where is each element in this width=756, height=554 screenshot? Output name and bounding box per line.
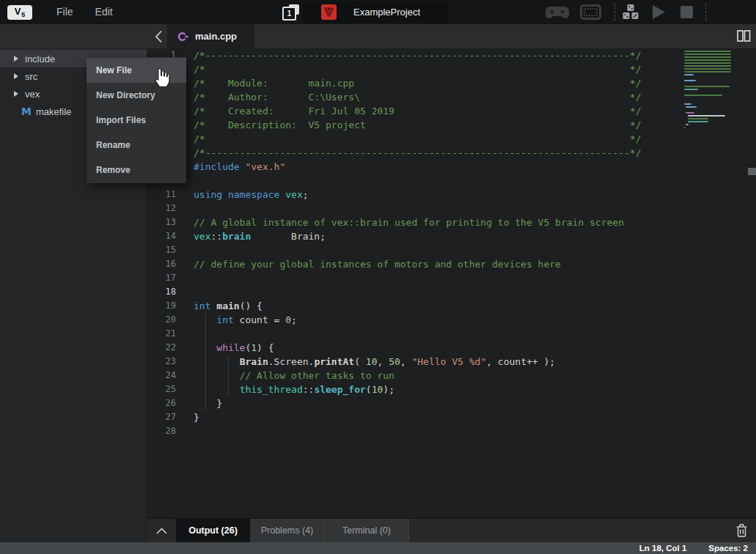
panel-tab-output[interactable]: Output (26) [176,519,250,542]
slot-select-button[interactable]: 1 [282,4,299,21]
line-number: 20 [147,313,176,327]
minimap-line [686,112,694,114]
code-editor[interactable]: 1/*-------------------------------------… [147,48,756,518]
line-number: 28 [147,424,176,438]
code-line[interactable]: 10 [147,174,756,188]
line-number: 12 [147,202,176,215]
minimap-line [684,100,741,102]
vex-v5-logo: V5 [7,5,32,20]
code-line[interactable]: 17 [147,271,756,285]
menubar: V5 FileEdit 1 ExampleProject [0,0,756,24]
code-text: this_thread::sleep_for(10); [194,383,394,396]
folder-twisty-icon[interactable] [14,73,18,79]
menu-edit[interactable]: Edit [84,0,124,24]
minimap-line [688,121,709,122]
panel-tab-problems[interactable]: Problems (4) [250,519,325,542]
slot-number: 1 [282,7,296,21]
stop-icon[interactable] [680,6,693,21]
indent-guide [228,383,229,396]
code-line[interactable]: 6/* Description: V5 project */ [147,118,756,132]
panel-tab-terminal[interactable]: Terminal (0) [325,519,409,542]
line-number: 17 [147,271,176,285]
minimap-line [684,103,691,105]
code-line[interactable]: 23 Brain.Screen.printAt( 10, 50, "Hello … [147,355,756,369]
code-line[interactable]: 8/*-------------------------------------… [147,146,756,160]
line-number: 19 [147,299,176,313]
code-line[interactable]: 1/*-------------------------------------… [147,48,756,62]
folder-twisty-icon[interactable] [14,56,18,62]
code-line[interactable]: 14vex::brain Brain; [147,229,756,243]
context-menu-item-rename[interactable]: Rename [87,133,186,158]
indent-guide [205,383,206,396]
line-number: 25 [147,383,176,396]
tab-main-cpp[interactable]: main.cpp [167,24,254,48]
editor-scrollbar-thumb[interactable] [748,168,756,175]
code-line[interactable]: 18 [147,285,756,299]
code-text: using namespace vex; [194,188,309,202]
context-menu-item-new-file[interactable]: New File [87,58,186,83]
editor-tabstrip: main.cpp [147,24,756,48]
folder-twisty-icon[interactable] [14,91,18,97]
code-line[interactable]: 11using namespace vex; [147,188,756,202]
cpp-file-icon [177,31,188,43]
bottom-panel: Output (26)Problems (4)Terminal (0) [147,518,756,542]
minimap-line [684,53,731,55]
indent-guide [228,355,229,369]
minimap[interactable] [684,51,741,133]
line-number: 11 [147,188,176,202]
minimap-line [684,80,696,81]
code-line[interactable]: 20 int count = 0; [147,313,756,327]
controller-icon[interactable] [546,4,569,23]
code-line[interactable]: 21 [147,327,756,341]
code-line[interactable]: 27} [147,410,756,424]
line-number: 16 [147,257,176,271]
clear-output-trash-icon[interactable] [736,519,756,542]
code-line[interactable]: 13// A global instance of vex::brain use… [147,215,756,229]
folder-label: vex [25,89,40,100]
indent-guide [205,396,206,410]
code-line[interactable]: 15 [147,243,756,257]
code-line[interactable]: 3/* Module: main.cpp */ [147,76,756,90]
code-line[interactable]: 2/* */ [147,62,756,76]
code-line[interactable]: 12 [147,202,756,215]
code-line[interactable]: 19int main() { [147,299,756,313]
code-line[interactable]: 4/* Author: C:\Users\ */ [147,90,756,104]
cursor-position-status[interactable]: Ln 18, Col 1 [639,544,687,553]
line-number: 23 [147,355,176,369]
collapse-panel-icon[interactable] [147,519,176,542]
code-line[interactable]: 9#include "vex.h" [147,160,756,174]
code-line[interactable]: 7/* */ [147,132,756,146]
code-line[interactable]: 16// define your global instances of mot… [147,257,756,271]
minimap-line [684,62,731,64]
context-menu-item-import-files[interactable]: Import Files [87,108,186,133]
indentation-status[interactable]: Spaces: 2 [708,544,748,553]
menu-file[interactable]: File [45,0,84,24]
play-icon[interactable] [651,4,666,23]
minimap-line [684,77,741,78]
code-line[interactable]: 24 // Allow other tasks to run [147,369,756,383]
split-editor-icon[interactable] [737,30,751,45]
project-name-box[interactable]: ExampleProject [303,1,449,23]
back-chevron-icon[interactable] [150,26,167,46]
code-line[interactable]: 5/* Created: Fri Jul 05 2019 */ [147,104,756,118]
vexcode-window: V5 FileEdit 1 ExampleProject [0,0,756,554]
code-line[interactable]: 26 } [147,396,756,410]
code-text: #include "vex.h" [194,160,285,174]
toolbar-separator [614,4,615,21]
code-line[interactable]: 25 this_thread::sleep_for(10); [147,383,756,396]
code-text: // define your global instances of motor… [194,257,561,271]
download-to-brain-icon[interactable] [622,4,639,23]
line-number: 27 [147,410,176,424]
code-line[interactable]: 22 while(1) { [147,341,756,355]
brain-screen-icon[interactable] [580,4,601,23]
minimap-line [684,127,685,128]
minimap-line [684,109,741,111]
minimap-line [684,92,741,93]
minimap-line [684,97,741,99]
minimap-line [684,56,731,58]
code-text: /* Author: C:\Users\ */ [194,90,641,104]
context-menu-item-remove[interactable]: Remove [87,158,186,182]
minimap-line [688,118,709,119]
context-menu-item-new-directory[interactable]: New Directory [87,83,186,108]
code-line[interactable]: 28 [147,424,756,438]
